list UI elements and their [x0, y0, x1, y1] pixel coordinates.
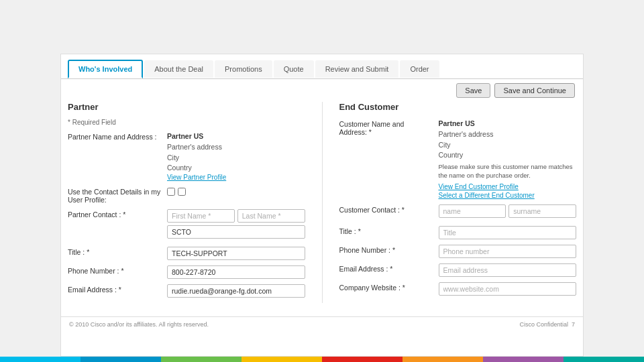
customer-website-row: Company Website : * — [339, 282, 577, 296]
color-bar-segment — [564, 357, 644, 362]
customer-title-label: Title : * — [339, 226, 433, 235]
customer-contact-label: Customer Contact : * — [339, 204, 433, 214]
partner-title-row: Title : * — [68, 247, 305, 260]
customer-phone-row: Phone Number : * — [339, 245, 577, 258]
partner-scto-input[interactable] — [167, 225, 305, 239]
contact-details-checkbox2[interactable] — [178, 188, 186, 196]
customer-phone-input-wrap — [439, 245, 577, 258]
customer-email-input-wrap — [439, 263, 577, 277]
partner-email-input[interactable] — [167, 284, 305, 298]
tab-about-deal[interactable]: About the Deal — [144, 60, 213, 78]
customer-email-input[interactable] — [439, 263, 577, 277]
customer-addr-line1: Partner's address — [439, 129, 577, 140]
partner-addr-line1: Partner's address — [167, 142, 305, 153]
partner-title-input-wrap — [167, 247, 305, 260]
customer-website-input-wrap — [439, 282, 577, 296]
tab-review-submit[interactable]: Review and Submit — [315, 60, 399, 78]
customer-address-row: Customer Name and Address: * Partner US … — [339, 119, 577, 199]
view-partner-profile-link[interactable]: View Partner Profile — [167, 174, 305, 181]
partner-phone-label: Phone Number : * — [68, 265, 162, 275]
customer-help-text: Please make sure this customer name matc… — [439, 162, 577, 180]
customer-website-label: Company Website : * — [339, 282, 433, 292]
end-customer-column: End Customer Customer Name and Address: … — [339, 102, 577, 303]
partner-addr-country: Country — [167, 163, 305, 174]
view-end-customer-profile-link[interactable]: View End Customer Profile — [439, 183, 577, 190]
tabs-bar: Who's Involved About the Deal Promotions… — [61, 54, 583, 79]
partner-title-label: Title : * — [68, 247, 162, 256]
partner-address-value: Partner US Partner's address City Countr… — [167, 131, 305, 181]
color-bar — [0, 357, 644, 362]
partner-phone-input-wrap — [167, 265, 305, 279]
customer-first-name-input[interactable] — [439, 204, 506, 218]
partner-email-input-wrap — [167, 284, 305, 298]
column-divider — [322, 102, 323, 303]
top-spacer — [0, 0, 644, 54]
customer-email-row: Email Address : * — [339, 263, 577, 277]
customer-addr-city: City — [439, 140, 577, 151]
customer-phone-label: Phone Number : * — [339, 245, 433, 254]
page-wrapper: Who's Involved About the Deal Promotions… — [0, 0, 644, 362]
contact-details-checkbox[interactable] — [167, 188, 175, 196]
color-bar-segment — [0, 357, 80, 362]
color-bar-segment — [402, 357, 483, 362]
color-bar-segment — [322, 357, 402, 362]
partner-addr-name: Partner US — [167, 131, 305, 142]
end-customer-title: End Customer — [339, 102, 577, 115]
contact-details-value — [167, 186, 305, 196]
partner-column: Partner * Required Field Partner Name an… — [68, 102, 305, 303]
customer-address-value: Partner US Partner's address City Countr… — [439, 119, 577, 199]
partner-email-label: Email Address : * — [68, 284, 162, 294]
customer-contact-row: Customer Contact : * — [339, 204, 577, 221]
color-bar-segment — [161, 357, 241, 362]
partner-address-row: Partner Name and Address : Partner US Pa… — [68, 131, 305, 181]
form-columns: Partner * Required Field Partner Name an… — [61, 102, 583, 316]
partner-addr-city: City — [167, 153, 305, 164]
footer: © 2010 Cisco and/or its affiliates. All … — [61, 316, 583, 332]
footer-confidential: Cisco Confidential 7 — [519, 321, 575, 328]
contact-details-label: Use the Contact Details in my User Profi… — [68, 186, 162, 204]
tab-promotions[interactable]: Promotions — [215, 60, 272, 78]
tab-whos-involved[interactable]: Who's Involved — [68, 60, 143, 78]
select-different-customer-link[interactable]: Select a Different End Customer — [439, 192, 577, 199]
partner-contact-inputs — [167, 209, 305, 241]
customer-addr-name: Partner US — [439, 119, 577, 129]
contact-details-row: Use the Contact Details in my User Profi… — [68, 186, 305, 204]
tab-quote[interactable]: Quote — [274, 60, 314, 78]
color-bar-segment — [483, 357, 564, 362]
main-content: Who's Involved About the Deal Promotions… — [60, 54, 584, 357]
partner-contact-label: Partner Contact : * — [68, 209, 162, 219]
tab-order[interactable]: Order — [400, 60, 439, 78]
footer-copyright: © 2010 Cisco and/or its affiliates. All … — [69, 321, 209, 328]
partner-address-label: Partner Name and Address : — [68, 131, 162, 141]
customer-title-row: Title : * — [339, 226, 577, 239]
color-bar-segment — [80, 357, 161, 362]
customer-title-input[interactable] — [439, 226, 577, 239]
action-bar: Save Save and Continue — [61, 79, 583, 102]
partner-title-input[interactable] — [167, 247, 305, 260]
save-button[interactable]: Save — [456, 83, 490, 98]
customer-website-input[interactable] — [439, 282, 577, 296]
customer-addr-country: Country — [439, 150, 577, 161]
partner-phone-input[interactable] — [167, 265, 305, 279]
customer-title-input-wrap — [439, 226, 577, 239]
save-continue-button[interactable]: Save and Continue — [494, 83, 575, 98]
required-note: * Required Field — [68, 119, 305, 126]
customer-email-label: Email Address : * — [339, 263, 433, 273]
partner-first-name-input[interactable] — [167, 209, 235, 223]
customer-phone-input[interactable] — [439, 245, 577, 258]
customer-contact-inputs — [439, 204, 577, 221]
customer-address-label: Customer Name and Address: * — [339, 119, 433, 136]
customer-last-name-input[interactable] — [508, 204, 576, 218]
color-bar-segment — [241, 357, 322, 362]
partner-title: Partner — [68, 102, 305, 115]
partner-contact-row: Partner Contact : * — [68, 209, 305, 241]
partner-phone-row: Phone Number : * — [68, 265, 305, 279]
partner-email-row: Email Address : * — [68, 284, 305, 298]
partner-last-name-input[interactable] — [237, 209, 305, 223]
